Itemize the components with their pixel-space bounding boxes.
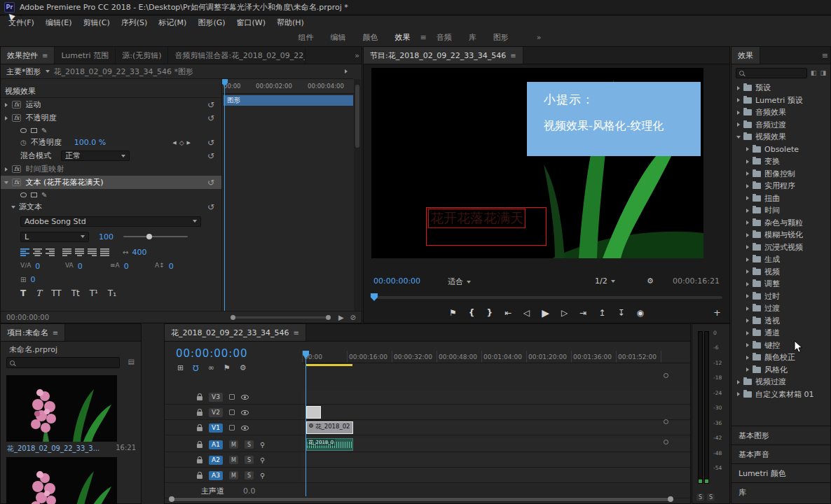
lock-icon[interactable] (197, 396, 202, 400)
workspace-tab-assembly[interactable]: 组件 (290, 30, 322, 45)
add-marker-icon[interactable]: ⚑ (224, 363, 231, 372)
align-right-icon[interactable] (46, 248, 55, 256)
timeline-timecode[interactable]: 00:00:00:00 (176, 347, 248, 360)
reset-icon[interactable]: ↺ (207, 178, 214, 187)
effects-bin-image-control[interactable]: 图像控制 (732, 168, 830, 181)
effects-bin-audio-effects[interactable]: 音频效果 (732, 106, 830, 119)
fx-badge-icon[interactable]: fx (12, 178, 21, 186)
chevron-right-icon[interactable] (746, 172, 749, 176)
sync-lock-icon[interactable] (229, 410, 235, 415)
add-marker-icon[interactable]: ⚑ (449, 308, 457, 318)
lock-icon[interactable] (197, 444, 202, 448)
effects-bin-keying[interactable]: 键控 (732, 340, 830, 352)
track-output-eye-icon[interactable] (241, 395, 249, 400)
panel-essential-graphics[interactable]: 基本图形 (732, 426, 830, 444)
chevron-right-icon[interactable] (5, 167, 8, 172)
opacity-value[interactable]: 100.0 % (74, 138, 106, 147)
blend-mode-select[interactable]: 正常 (61, 150, 130, 161)
effects-bin-immersive-video[interactable]: 沉浸式视频 (732, 241, 830, 254)
panel-menu-icon[interactable]: ≡ (53, 329, 58, 337)
prev-keyframe-icon[interactable]: ◀ (172, 140, 176, 146)
panel-lumetri-color[interactable]: Lumetri 颜色 (732, 463, 830, 482)
project-item-caption[interactable]: 花_2018_02_09_22_33_3... 16:21 (7, 444, 136, 454)
effect-controls-scrollbar[interactable] (354, 79, 361, 311)
track-a3-lane[interactable] (302, 468, 690, 483)
program-timecode[interactable]: 00:00:00:00 (373, 276, 420, 286)
mark-in-icon[interactable]: { (469, 308, 475, 318)
program-scrubber[interactable] (371, 293, 722, 302)
chevron-right-icon[interactable] (737, 380, 740, 384)
project-item-name[interactable]: 花_2018_02_09_22_33_3... (7, 444, 99, 454)
chevron-right-icon[interactable] (746, 209, 749, 213)
effects-bypass-icon[interactable]: ⊘ (350, 314, 356, 321)
scrollbar-thumb[interactable] (172, 498, 671, 501)
ellipse-mask-icon[interactable] (20, 128, 27, 133)
chevron-right-icon[interactable] (746, 282, 749, 286)
track-a1-header[interactable]: A1 M S ⚲ (165, 438, 302, 452)
zoom-handle-left[interactable] (231, 315, 235, 320)
solo-button[interactable]: S (245, 440, 254, 449)
menu-help[interactable]: 帮助(H) (271, 18, 310, 28)
linked-selection-icon[interactable]: ∞ (208, 363, 214, 372)
zoom-handle-right[interactable] (326, 315, 331, 320)
solo-button[interactable]: S (245, 471, 254, 479)
lock-icon[interactable] (197, 475, 202, 479)
bit-depth-filter-icon[interactable]: ◨ (820, 69, 826, 76)
effects-bin-presets[interactable]: 预设 (732, 82, 830, 94)
chevron-right-icon[interactable] (737, 122, 740, 127)
extract-icon[interactable]: ↧ (617, 308, 624, 318)
scroll-dot[interactable] (664, 419, 668, 424)
superscript-icon[interactable]: T¹ (90, 288, 98, 298)
add-keyframe-icon[interactable]: ◇ (179, 139, 184, 146)
toggle-timeline-view-icon[interactable] (345, 69, 348, 74)
effects-bin-audio-transitions[interactable]: 音频过渡 (732, 119, 830, 132)
chevron-right-icon[interactable] (5, 103, 8, 107)
effects-bin-channel[interactable]: 通道 (732, 327, 830, 340)
track-v2-badge[interactable]: V2 (209, 408, 223, 417)
scroll-dot[interactable] (664, 373, 668, 378)
track-v3-header[interactable]: V3 (165, 390, 302, 405)
tracking-metric-value[interactable]: 0 (78, 262, 83, 271)
panel-menu-icon[interactable]: ≡ (42, 52, 48, 59)
effects-bin-perspective[interactable]: 透视 (732, 315, 830, 328)
panel-libraries[interactable]: 库 (732, 482, 830, 501)
opacity-param-row[interactable]: ◷ 不透明度 100.0 % ◀ ◇ ▶ ↺ (1, 136, 221, 149)
rect-mask-icon[interactable] (31, 192, 37, 197)
workspace-tab-audio[interactable]: 音频 (428, 30, 460, 45)
play-button-icon[interactable]: ▶ (542, 307, 549, 318)
track-a1-lane[interactable]: 花_2018_0 (302, 438, 690, 452)
mute-button[interactable]: M (229, 440, 238, 449)
settings-wrench-icon[interactable]: ⚙ (647, 276, 654, 286)
button-editor-icon[interactable]: + (713, 307, 721, 318)
chevron-right-icon[interactable] (746, 318, 749, 323)
chevron-right-icon[interactable] (746, 368, 749, 372)
track-a2-lane[interactable] (302, 453, 690, 468)
track-v1-header[interactable]: V1 (165, 421, 302, 435)
video-viewport[interactable]: 小提示： 视频效果-风格化-纹理化 花开花落花满天 (371, 68, 703, 258)
ellipse-mask-icon[interactable] (20, 192, 27, 197)
menu-window[interactable]: 窗口(W) (231, 18, 271, 28)
menu-file[interactable]: 文件(F) (3, 18, 40, 28)
reset-icon[interactable]: ↺ (207, 101, 214, 109)
zoom-handle-right[interactable] (668, 496, 673, 502)
subscript-icon[interactable]: T₁ (108, 288, 116, 298)
baseline-shift-value[interactable]: 0 (169, 262, 174, 271)
graphic-clip[interactable] (306, 406, 321, 419)
font-style-select[interactable]: L (20, 232, 89, 242)
nest-sequence-icon[interactable]: ⊞ (177, 363, 184, 372)
chevron-right-icon[interactable] (5, 116, 8, 120)
pen-mask-icon[interactable]: ✎ (41, 191, 47, 199)
mark-out-icon[interactable]: } (486, 308, 493, 318)
chevron-right-icon[interactable] (737, 392, 740, 396)
master-track-level[interactable]: 0.0 (243, 486, 256, 496)
next-keyframe-icon[interactable]: ▶ (187, 140, 191, 146)
track-output-eye-icon[interactable] (241, 426, 249, 430)
lock-icon[interactable] (197, 412, 202, 416)
panel-menu-icon[interactable]: ≡ (822, 47, 828, 64)
leading-value[interactable]: 0 (124, 262, 129, 271)
faux-bold-icon[interactable]: T (20, 288, 26, 298)
align-left-icon[interactable] (20, 248, 29, 256)
scroll-dot[interactable] (664, 440, 668, 444)
chevron-right-icon[interactable] (746, 184, 749, 188)
tab-sequence[interactable]: 花_2018_02_09_22_33_34_546 ≡ (165, 324, 306, 341)
